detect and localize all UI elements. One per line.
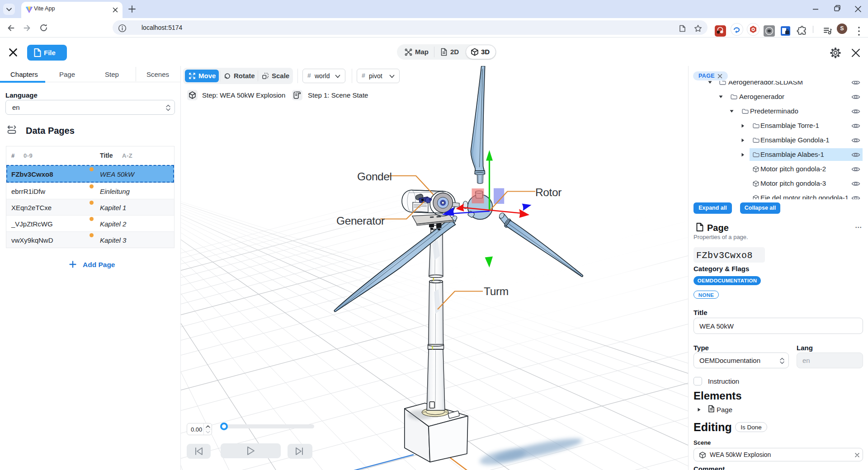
svg-text:Gondel: Gondel: [357, 170, 392, 183]
svg-text:Turm: Turm: [484, 285, 509, 297]
svg-text:Generator: Generator: [336, 215, 385, 227]
svg-text:Rotor: Rotor: [535, 186, 561, 198]
